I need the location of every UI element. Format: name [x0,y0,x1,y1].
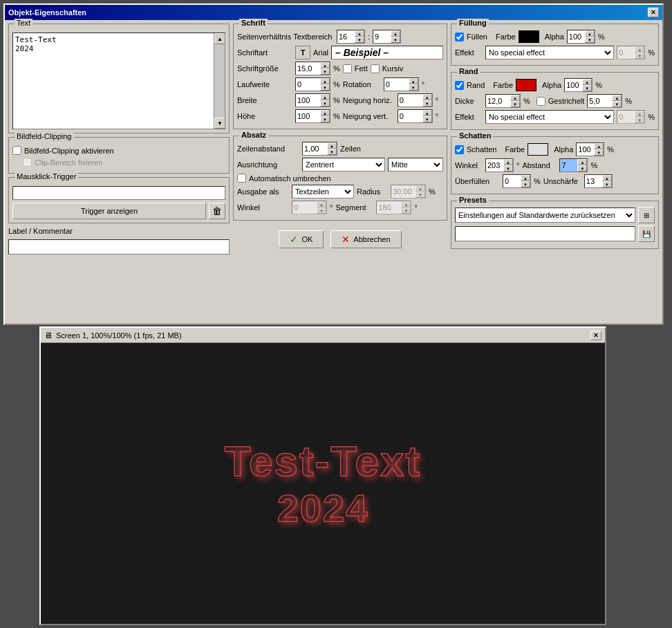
spin-down[interactable]: ▼ [602,181,612,187]
neigung-horiz-spinbtns[interactable]: ▲ ▼ [422,94,432,107]
gestrichelt-label[interactable]: Gestrichelt [536,97,585,106]
spin-down[interactable]: ▼ [577,165,587,172]
clip-fixieren-label[interactable]: Clip-Bereich fixieren [23,158,102,167]
dicke-spinbox[interactable]: 12,0 ▲ ▼ [485,94,521,108]
spin-up[interactable]: ▲ [612,95,622,101]
ueberfuellen-input[interactable]: 0 [503,175,521,187]
zeilenabstand-spinbtns[interactable]: ▲ ▼ [327,142,337,155]
neigung-horiz-spinbox[interactable]: 0 ▲ ▼ [398,93,433,107]
spin-up[interactable]: ▲ [320,62,330,68]
fett-label[interactable]: Fett [343,64,368,73]
schatten-checkbox-label[interactable]: Schatten [455,145,496,154]
schatten-abstand-input[interactable]: 7 [560,159,577,172]
rand-color-swatch[interactable] [516,79,536,91]
schatten-alpha-input[interactable]: 100 [577,143,594,156]
presets-grid-btn[interactable]: ⊞ [638,207,655,223]
ausrichtung-select[interactable]: Zentriert Links Rechts Blocksatz [302,158,385,172]
spin-up[interactable]: ▲ [320,78,330,84]
laufweite-spinbox[interactable]: 0 ▲ ▼ [295,77,330,91]
close-button[interactable]: ✕ [648,8,659,17]
gestrichelt-spinbtns[interactable]: ▲ ▼ [612,95,622,107]
spin-up[interactable]: ▲ [521,175,530,181]
schatten-alpha-spinbox[interactable]: 100 ▲ ▼ [576,142,604,156]
spin-down[interactable]: ▼ [320,116,330,122]
neigung-vert-input[interactable]: 0 [398,110,422,122]
ausgabe-dropdown[interactable]: Textzeilen Bild [292,185,354,198]
breite-input[interactable]: 100 [296,94,320,107]
ueberfuellen-spinbtns[interactable]: ▲ ▼ [521,175,530,187]
spin-down[interactable]: ▼ [355,37,364,43]
spin-down[interactable]: ▼ [422,116,432,122]
automatisch-umbrechen-label[interactable]: Automatisch umbrechen [237,174,331,183]
clipping-aktivieren-checkbox[interactable] [12,146,21,155]
gestrichelt-checkbox[interactable] [536,97,545,106]
dicke-input[interactable]: 12,0 [486,95,510,107]
spin-down[interactable]: ▼ [391,37,400,43]
spin-up[interactable]: ▲ [320,110,330,116]
spin-down[interactable]: ▼ [510,101,520,107]
zeilenabstand-input[interactable]: 1,00 [303,142,327,155]
schatten-color-swatch[interactable] [528,143,548,156]
spin-down[interactable]: ▼ [320,68,330,75]
fuellung-alpha-spinbtns[interactable]: ▲ ▼ [585,30,595,43]
schatten-abstand-spinbox[interactable]: 7 ▲ ▼ [559,158,588,172]
spin-down[interactable]: ▼ [585,37,595,43]
seitenverhaeltnis-val1-spinbox[interactable]: 16 ▲ ▼ [337,30,365,44]
hoehe-spinbtns[interactable]: ▲ ▼ [320,110,330,122]
dicke-spinbtns[interactable]: ▲ ▼ [510,95,520,107]
rand-checkbox-label[interactable]: Rand [455,81,485,90]
fuellung-effekt-dropdown[interactable]: No special effect Gradient Pattern [485,46,614,59]
label-input[interactable] [8,239,230,255]
fuellen-label[interactable]: Füllen [455,33,487,41]
fuellung-alpha-input[interactable]: 100 [568,30,585,43]
seitenverhaeltnis-val2-input[interactable]: 9 [373,30,391,43]
spin-up[interactable]: ▲ [594,143,604,149]
schatten-abstand-spinbtns[interactable]: ▲ ▼ [577,159,587,172]
rand-alpha-spinbtns[interactable]: ▲ ▼ [582,79,592,91]
unschaerfe-spinbtns[interactable]: ▲ ▼ [602,175,612,187]
seitenverhaeltnis-val1-input[interactable]: 16 [337,30,355,43]
schatten-checkbox[interactable] [455,145,464,154]
hoehe-spinbox[interactable]: 100 ▲ ▼ [295,109,330,123]
cancel-button[interactable]: ✕ Abbrechen [330,230,401,248]
spin-up[interactable]: ▲ [582,79,592,85]
spin-up[interactable]: ▲ [602,175,612,181]
hoehe-input[interactable]: 100 [296,110,320,122]
fuellung-color-swatch[interactable] [519,30,539,43]
gestrichelt-input[interactable]: 5,0 [588,95,612,107]
spin-up[interactable]: ▲ [391,30,400,37]
laufweite-input[interactable]: 0 [296,78,320,91]
kursiv-label[interactable]: Kursiv [371,64,404,73]
breite-spinbox[interactable]: 100 ▲ ▼ [295,93,330,107]
trigger-input[interactable] [12,186,225,200]
spin-down[interactable]: ▼ [327,149,337,155]
ausrichtung-dropdown[interactable]: Zentriert Links Rechts Blocksatz [302,158,385,172]
preview-close-button[interactable]: ✕ [590,331,601,340]
presets-select[interactable]: Einstellungen auf Standardwerte zurückse… [455,207,635,223]
zeilenabstand-spinbox[interactable]: 1,00 ▲ ▼ [302,142,337,156]
spin-up[interactable]: ▲ [327,142,337,149]
breite-spinbtns[interactable]: ▲ ▼ [320,94,330,107]
spin-down[interactable]: ▼ [320,84,330,91]
rotation-spinbox[interactable]: 0 ▲ ▼ [384,77,419,91]
rand-alpha-spinbox[interactable]: 100 ▲ ▼ [564,78,592,92]
schriftgroesse-input[interactable]: 15,0 [296,62,320,75]
kursiv-checkbox[interactable] [371,64,380,73]
font-display[interactable]: – Beispiel – [331,46,443,59]
schatten-alpha-spinbtns[interactable]: ▲ ▼ [594,143,604,156]
spin-down[interactable]: ▼ [320,100,330,107]
schatten-winkel-input[interactable]: 203 [486,159,503,172]
neigung-vert-spinbtns[interactable]: ▲ ▼ [422,110,432,122]
neigung-vert-spinbox[interactable]: 0 ▲ ▼ [398,109,433,123]
spin-down[interactable]: ▼ [409,84,418,91]
schriftart-icon-btn[interactable]: T [295,46,310,59]
spin-down[interactable]: ▼ [422,100,432,107]
spin-down[interactable]: ▼ [503,165,513,172]
presets-save-btn[interactable]: 💾 [638,225,655,242]
laufweite-spinbtns[interactable]: ▲ ▼ [320,78,330,91]
text-input[interactable]: Test-Text 2024 [13,33,214,129]
ausgabe-select[interactable]: Textzeilen Bild [292,185,354,198]
clipping-aktivieren-label[interactable]: Bildfeld-Clipping aktivieren [12,146,114,155]
seitenverhaeltnis-val2-spinbox[interactable]: 9 ▲ ▼ [373,30,401,44]
spin-up[interactable]: ▲ [320,94,330,100]
